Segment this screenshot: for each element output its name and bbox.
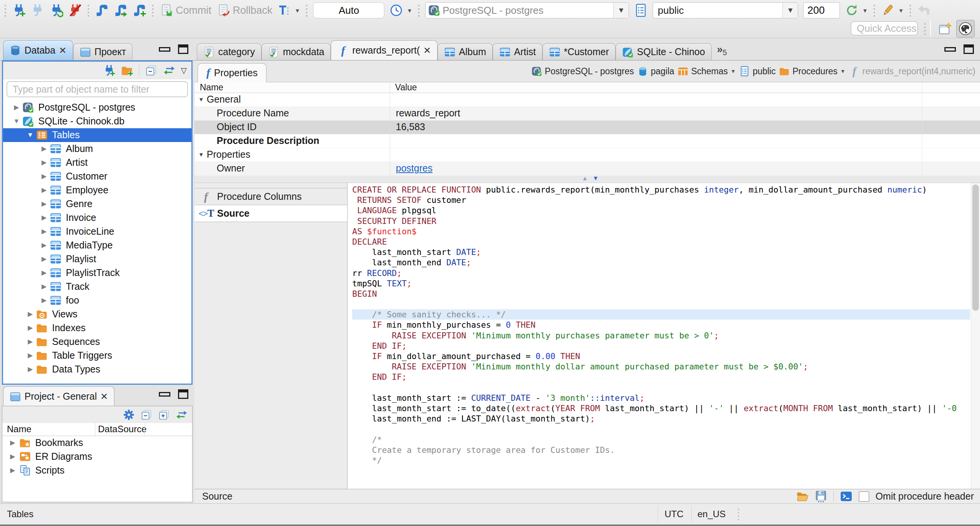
breadcrumb-item-schemas[interactable]: Schemas▼: [678, 66, 736, 77]
chevron-collapsed-icon[interactable]: ▶: [8, 466, 18, 475]
column-divider[interactable]: [390, 82, 390, 176]
property-row-owner[interactable]: Ownerpostgres: [194, 162, 980, 176]
project-item-er-diagrams[interactable]: ▶ER Diagrams: [2, 450, 192, 464]
minimize-icon[interactable]: [159, 392, 170, 397]
chevron-collapsed-icon[interactable]: ▶: [8, 439, 18, 447]
chevron-collapsed-icon[interactable]: ▶: [25, 365, 35, 374]
scrollbar-track[interactable]: [971, 183, 980, 489]
toolbar-grip[interactable]: [417, 4, 420, 17]
maximize-icon[interactable]: [178, 389, 188, 399]
sql-source-code[interactable]: CREATE OR REPLACE FUNCTION public.reward…: [352, 185, 970, 489]
tree-item-views[interactable]: ▶Views: [3, 307, 191, 321]
tree-item-album[interactable]: ▶Album: [3, 142, 191, 156]
tree-item-mediatype[interactable]: ▶MediaType: [3, 238, 191, 252]
tab-database-navigator[interactable]: Databa ✕: [3, 40, 73, 60]
collapse-all-icon[interactable]: [145, 64, 157, 77]
view-menu-icon[interactable]: ▽: [181, 66, 187, 75]
owner-link[interactable]: postgres: [396, 163, 433, 173]
back-button[interactable]: [917, 3, 931, 17]
source-viewer[interactable]: CREATE OR REPLACE FUNCTION public.reward…: [348, 183, 980, 489]
property-row-procedure-description[interactable]: Procedure Description: [194, 134, 980, 148]
editor-tab--customer[interactable]: *Customer: [542, 43, 616, 60]
chevron-collapsed-icon[interactable]: ▶: [39, 269, 49, 277]
toolbar-grip[interactable]: [909, 4, 912, 17]
tab-overflow-indicator[interactable]: »5: [717, 44, 727, 60]
chevron-collapsed-icon[interactable]: ▶: [39, 227, 49, 236]
property-row-object-id[interactable]: Object ID16,583: [194, 121, 980, 134]
column-header-name[interactable]: Name: [200, 82, 223, 93]
chevron-collapsed-icon[interactable]: ▶: [25, 324, 35, 332]
new-connection-button[interactable]: [12, 3, 26, 17]
subtab-procedure-columns[interactable]: fProcedure Columns: [194, 188, 347, 205]
editor-tab-rewards-report-[interactable]: frewards_report(✕: [331, 40, 438, 60]
tree-item-foo[interactable]: ▶foo: [3, 294, 191, 307]
minimize-icon[interactable]: [159, 47, 170, 52]
minimize-icon[interactable]: [944, 47, 956, 52]
tab-properties[interactable]: f Properties: [198, 63, 266, 82]
toolbar-grip[interactable]: [873, 4, 876, 17]
tab-project[interactable]: Проект: [73, 43, 132, 60]
chevron-collapsed-icon[interactable]: ▶: [39, 214, 49, 222]
close-icon[interactable]: ✕: [59, 46, 67, 55]
schema-dropdown-button[interactable]: ▼: [782, 3, 798, 18]
schema-selector-button[interactable]: [634, 3, 648, 17]
status-locale[interactable]: en_US: [697, 509, 725, 519]
connection-dropdown-button[interactable]: ▼: [613, 3, 629, 18]
close-icon[interactable]: ✕: [100, 392, 108, 401]
editor-tab-artist[interactable]: Artist: [493, 43, 542, 60]
transaction-mode-button[interactable]: ▼: [278, 3, 301, 17]
link-with-editor-icon[interactable]: [163, 64, 175, 77]
disconnect-button[interactable]: [68, 3, 82, 17]
breadcrumb-item-procedures[interactable]: Procedures▼: [779, 66, 845, 77]
tree-item-genre[interactable]: ▶Genre: [3, 197, 191, 211]
edit-mode-button[interactable]: ▼: [881, 3, 904, 17]
chevron-collapsed-icon[interactable]: ▶: [39, 186, 49, 194]
commit-mode-select[interactable]: Auto: [313, 2, 384, 18]
toolbar-grip[interactable]: [87, 4, 90, 17]
property-row-procedure-name[interactable]: Procedure Namerewards_report: [194, 107, 980, 121]
tab-project-general[interactable]: Project - General ✕: [3, 386, 114, 406]
tree-item-invoiceline[interactable]: ▶InvoiceLine: [3, 225, 191, 238]
panel-splitter[interactable]: ▲ ▼: [194, 176, 980, 183]
chevron-collapsed-icon[interactable]: ▶: [11, 103, 21, 112]
commit-button[interactable]: Commit: [159, 3, 211, 17]
chevron-collapsed-icon[interactable]: ▶: [39, 172, 49, 181]
editor-tab-album[interactable]: Album: [438, 43, 493, 60]
status-timezone[interactable]: UTC: [665, 509, 683, 519]
maximize-icon[interactable]: [178, 44, 188, 54]
chevron-collapsed-icon[interactable]: ▶: [39, 296, 49, 305]
connect-button[interactable]: [31, 3, 44, 17]
editor-tab-category[interactable]: category: [197, 43, 261, 60]
transaction-log-button[interactable]: ▼: [389, 3, 412, 17]
maximize-icon[interactable]: [964, 44, 974, 54]
property-row-general[interactable]: ▼General: [194, 93, 980, 107]
splitter-down-icon[interactable]: ▼: [593, 175, 599, 182]
chevron-collapsed-icon[interactable]: ▶: [39, 200, 49, 208]
quick-access-input[interactable]: [851, 21, 918, 36]
breadcrumb-item-public[interactable]: public: [739, 66, 776, 77]
tree-item-playlisttrack[interactable]: ▶PlaylistTrack: [3, 266, 191, 280]
refresh-button[interactable]: ▼: [845, 3, 868, 17]
tree-item-tables[interactable]: ▼Tables: [3, 128, 191, 142]
chevron-expanded-icon[interactable]: ▼: [198, 96, 204, 103]
column-header-datasource[interactable]: DataSource: [98, 424, 147, 435]
tree-item-invoice[interactable]: ▶Invoice: [3, 211, 191, 225]
reconnect-button[interactable]: [49, 3, 63, 17]
dbeaver-perspective-button[interactable]: [956, 20, 975, 38]
tree-item-sequences[interactable]: ▶Sequences: [3, 335, 191, 349]
editor-tab-sqlite-chinoo[interactable]: SQLite - Chinoo: [616, 43, 712, 60]
chevron-collapsed-icon[interactable]: ▶: [8, 452, 18, 461]
chevron-collapsed-icon[interactable]: ▶: [25, 338, 35, 346]
chevron-down-icon[interactable]: ▼: [840, 68, 846, 74]
fetch-size-input[interactable]: [803, 2, 840, 18]
breadcrumb-item-postgresql-postgres[interactable]: PostgreSQL - postgres: [531, 66, 634, 77]
breadcrumb-item-pagila[interactable]: pagila: [637, 66, 674, 77]
expand-all-icon[interactable]: [158, 409, 170, 421]
new-folder-icon[interactable]: [121, 64, 133, 77]
project-item-scripts[interactable]: ▶Scripts: [2, 464, 192, 477]
active-schema-select[interactable]: public ▼: [653, 2, 798, 18]
scrollbar-thumb[interactable]: [972, 185, 979, 311]
toolbar-grip[interactable]: [4, 4, 7, 17]
chevron-collapsed-icon[interactable]: ▶: [39, 255, 49, 263]
open-perspective-icon[interactable]: [938, 22, 952, 36]
